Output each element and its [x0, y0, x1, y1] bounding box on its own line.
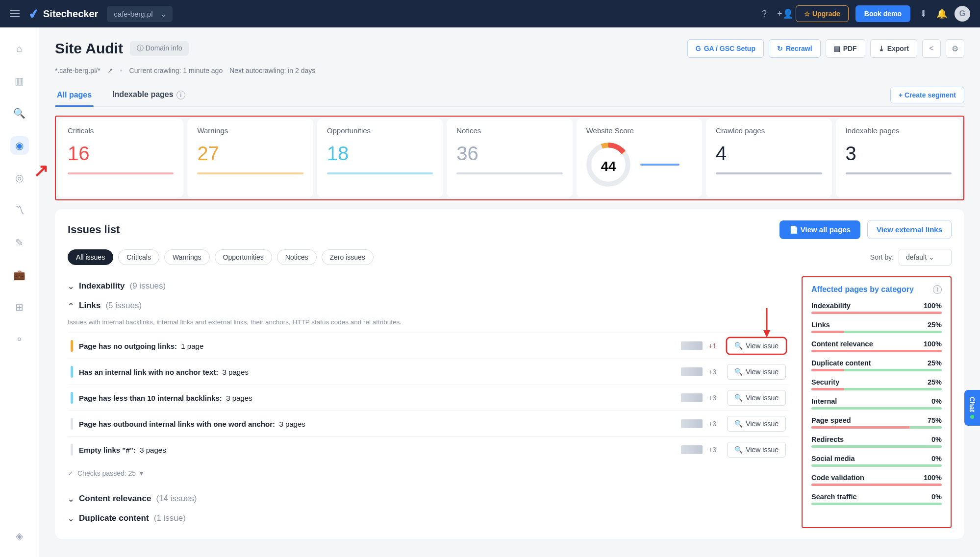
annotation-arrow-down-icon: [759, 306, 774, 340]
affected-row[interactable]: Internal0%: [811, 397, 942, 410]
affected-row[interactable]: Search traffic0%: [811, 493, 942, 505]
site-selector[interactable]: cafe-berg.pl: [107, 6, 172, 22]
affected-row[interactable]: Indexability100%: [811, 302, 942, 314]
chevron-down-icon: ▾: [140, 469, 143, 477]
metric-notices[interactable]: Notices 36: [447, 119, 572, 197]
chevron-down-icon: ⌄: [68, 282, 74, 291]
metrics-row: ↗ Criticals 16 Warnings 27 Opportunities…: [55, 116, 964, 200]
metric-opportunities[interactable]: Opportunities 18: [317, 119, 443, 197]
affected-row[interactable]: Page speed75%: [811, 416, 942, 429]
sidebar-settings-icon[interactable]: ◈: [10, 527, 29, 545]
sort-by-label: Sort by:: [870, 253, 894, 261]
category-indexability[interactable]: ⌄ Indexability (9 issues): [68, 276, 789, 296]
sidebar-home-icon[interactable]: ⌂: [10, 39, 29, 58]
affected-row[interactable]: Content relevance100%: [811, 340, 942, 352]
affected-row[interactable]: Links25%: [811, 321, 942, 333]
sidebar-share-icon[interactable]: ⚬: [10, 330, 29, 349]
book-demo-button[interactable]: Book demo: [855, 5, 910, 22]
annotation-arrow-icon: ↗: [33, 160, 49, 181]
view-issue-button[interactable]: 🔍 View issue: [727, 442, 786, 458]
view-issue-button[interactable]: 🔍 View issue: [727, 390, 786, 406]
issues-panel: Issues list 📄 View all pages View extern…: [55, 209, 964, 539]
affected-row[interactable]: Social media0%: [811, 455, 942, 467]
filter-all-issues[interactable]: All issues: [68, 249, 113, 265]
filter-criticals[interactable]: Criticals: [118, 249, 159, 265]
sparkline-icon: [681, 367, 703, 376]
page-title: Site Audit: [55, 40, 123, 57]
metric-indexable[interactable]: Indexable pages 3: [836, 119, 961, 197]
help-icon[interactable]: ?: [758, 9, 770, 19]
create-segment-button[interactable]: + Create segment: [890, 87, 964, 103]
site-selector-value: cafe-berg.pl: [114, 10, 152, 18]
sidebar-dashboard-icon[interactable]: ▥: [10, 72, 29, 90]
sidebar-briefcase-icon[interactable]: 💼: [10, 266, 29, 284]
filter-warnings[interactable]: Warnings: [164, 249, 210, 265]
issue-row: Page has no outgoing links: 1 page +1 🔍 …: [68, 333, 789, 359]
sidebar-audit-icon[interactable]: ◉: [10, 136, 29, 155]
view-issue-button[interactable]: 🔍 View issue: [727, 364, 786, 380]
external-link-icon[interactable]: ↗: [107, 67, 113, 74]
sparkline-icon: [681, 419, 703, 428]
sidebar-tools-icon[interactable]: ✎: [10, 233, 29, 252]
issue-row: Empty links "#": 3 pages +3 🔍 View issue: [68, 436, 789, 462]
severity-indicator-icon: [71, 340, 73, 352]
gear-icon[interactable]: ⚙: [946, 39, 964, 58]
affected-row[interactable]: Security25%: [811, 378, 942, 390]
affected-row[interactable]: Code validation100%: [811, 474, 942, 486]
crumb-domain[interactable]: *.cafe-berg.pl/*: [55, 67, 101, 74]
sidebar: ⌂ ▥ 🔍 ◉ ◎ 〽 ✎ 💼 ⊞ ⚬ ◈: [0, 27, 39, 557]
add-user-icon[interactable]: +👤: [777, 8, 789, 19]
avatar[interactable]: G: [955, 6, 970, 22]
checks-passed[interactable]: ✓ Checks passed: 25 ▾: [68, 469, 789, 477]
metric-criticals[interactable]: Criticals 16: [58, 119, 183, 197]
filter-notices[interactable]: Notices: [277, 249, 317, 265]
info-icon[interactable]: i: [933, 285, 942, 294]
filter-opportunities[interactable]: Opportunities: [215, 249, 272, 265]
severity-indicator-icon: [71, 392, 73, 404]
affected-title: Affected pages by category i: [811, 285, 942, 294]
metric-warnings[interactable]: Warnings 27: [187, 119, 313, 197]
sidebar-trends-icon[interactable]: 〽: [10, 201, 29, 219]
bell-icon[interactable]: 🔔: [936, 8, 948, 19]
sidebar-apps-icon[interactable]: ⊞: [10, 298, 29, 316]
tab-indexable-pages[interactable]: Indexable pagesi: [110, 83, 187, 106]
ga-gsc-button[interactable]: G GA / GSC Setup: [687, 39, 764, 58]
breadcrumb: *.cafe-berg.pl/* ↗ • Current crawling: 1…: [55, 67, 964, 74]
metric-website-score[interactable]: Website Score 44: [577, 119, 702, 197]
category-links[interactable]: ⌃ Links (5 issues): [68, 296, 789, 315]
pdf-button[interactable]: ▤ PDF: [826, 39, 865, 58]
view-all-pages-button[interactable]: 📄 View all pages: [779, 220, 860, 239]
filter-zero-issues[interactable]: Zero issues: [322, 249, 374, 265]
tab-all-pages[interactable]: All pages: [55, 84, 94, 106]
sort-select[interactable]: default ⌄: [899, 249, 952, 266]
severity-indicator-icon: [71, 444, 73, 456]
sparkline-icon: [681, 393, 703, 402]
upgrade-button[interactable]: ☆ Upgrade: [796, 5, 849, 22]
download-icon[interactable]: ⬇: [917, 8, 929, 19]
svg-text:44: 44: [601, 159, 616, 174]
sparkline-icon: [681, 341, 703, 350]
export-button[interactable]: ⤓ Export: [870, 39, 917, 58]
affected-row[interactable]: Duplicate content25%: [811, 359, 942, 371]
sidebar-target-icon[interactable]: ◎: [10, 169, 29, 187]
issue-row: Has an internal link with no anchor text…: [68, 359, 789, 385]
chat-tab[interactable]: Chat: [964, 390, 980, 426]
sidebar-search-icon[interactable]: 🔍: [10, 104, 29, 122]
view-issue-button[interactable]: 🔍 View issue: [727, 416, 786, 432]
share-icon[interactable]: <: [922, 39, 941, 58]
chevron-up-icon: ⌃: [68, 301, 74, 311]
issue-row: Page has outbound internal links with on…: [68, 411, 789, 436]
category-duplicate[interactable]: ⌄ Duplicate content (1 issue): [68, 509, 789, 528]
affected-panel: Affected pages by category i Indexabilit…: [802, 276, 952, 528]
view-issue-button[interactable]: 🔍 View issue: [727, 338, 786, 354]
metric-crawled[interactable]: Crawled pages 4: [706, 119, 831, 197]
category-content-relevance[interactable]: ⌄ Content relevance (14 issues): [68, 489, 789, 509]
recrawl-button[interactable]: ↻ Recrawl: [769, 39, 821, 58]
domain-info-chip[interactable]: ⓘ Domain info: [130, 41, 189, 56]
brand-logo[interactable]: ✔ Sitechecker: [28, 6, 98, 22]
affected-row[interactable]: Redirects0%: [811, 436, 942, 448]
menu-icon[interactable]: [10, 10, 20, 17]
view-external-links-button[interactable]: View external links: [867, 220, 952, 239]
severity-indicator-icon: [71, 418, 73, 430]
crumb-crawl: Current crawling: 1 minute ago: [129, 67, 223, 74]
